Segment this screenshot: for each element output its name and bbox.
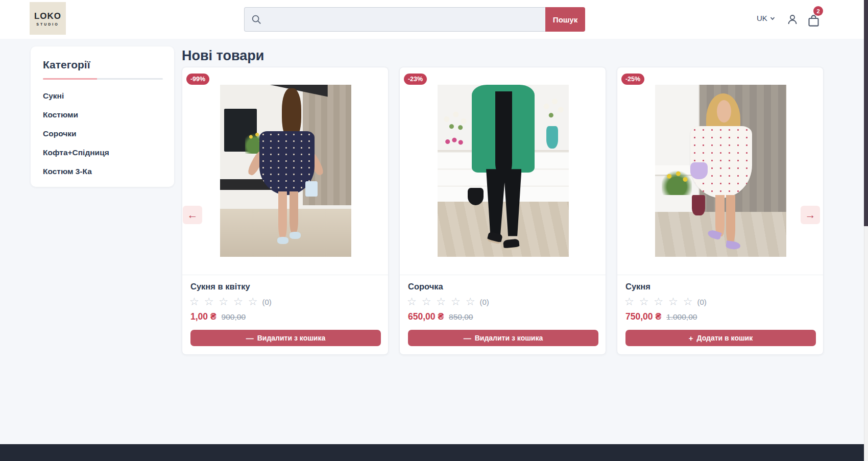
language-switcher[interactable]: UK xyxy=(757,14,775,22)
price-old: 1.000,00 xyxy=(666,312,697,322)
star-icons: ☆ ☆ ☆ ☆ ☆ xyxy=(407,296,476,308)
product-title[interactable]: Сорочка xyxy=(408,282,443,292)
product-image[interactable] xyxy=(655,85,786,257)
price-old: 850,00 xyxy=(449,312,473,322)
price-row: 1,00 ₴ 900,00 xyxy=(190,311,246,322)
product-card: -23% Сорочка ☆ ☆ ☆ ☆ ☆ (0) 650,00 ₴ 850,… xyxy=(399,67,606,355)
product-image[interactable] xyxy=(220,85,351,257)
decor-bag xyxy=(468,188,484,205)
price-old: 900,00 xyxy=(222,312,246,322)
header: LOKO STUDIO Пошук UK 2 xyxy=(0,0,868,39)
decor-shoe xyxy=(277,237,288,244)
add-to-cart-button[interactable]: + Додати в кошик xyxy=(625,330,816,346)
price-row: 650,00 ₴ 850,00 xyxy=(408,311,473,322)
product-card: -99% Сукня в квітку ☆ ☆ ☆ ☆ ☆ (0) 1,00 ₴… xyxy=(182,67,389,355)
card-divider xyxy=(617,275,823,275)
decor-bag xyxy=(690,162,707,180)
rating-row: ☆ ☆ ☆ ☆ ☆ (0) xyxy=(624,296,707,308)
plus-icon: + xyxy=(689,334,693,343)
discount-badge: -23% xyxy=(404,74,427,85)
carousel-prev-button[interactable]: ← xyxy=(183,206,202,224)
account-icon[interactable] xyxy=(786,13,799,26)
decor-bag xyxy=(305,181,318,197)
price-current: 750,00 ₴ xyxy=(625,311,661,322)
decor-flowers xyxy=(662,169,692,195)
decor-vase xyxy=(546,126,558,149)
arrow-right-icon: → xyxy=(805,209,816,221)
remove-from-cart-button[interactable]: — Видалити з кошика xyxy=(408,330,598,346)
product-card: -25% Сукня ☆ ☆ ☆ ☆ ☆ (0) 750,00 ₴ 1.000,… xyxy=(617,67,824,355)
sidebar-item-top-skirt[interactable]: Кофта+Спідниця xyxy=(43,143,163,162)
categories-panel: Категорії Сукні Костюми Сорочки Кофта+Сп… xyxy=(31,46,174,187)
categories-underline xyxy=(43,78,163,80)
sidebar-item-dresses[interactable]: Сукні xyxy=(43,86,163,105)
search-bar: Пошук xyxy=(244,7,585,32)
logo-text-secondary: STUDIO xyxy=(36,22,59,26)
price-row: 750,00 ₴ 1.000,00 xyxy=(625,311,697,322)
star-icons: ☆ ☆ ☆ ☆ ☆ xyxy=(624,296,693,308)
decor-flowers xyxy=(539,95,566,128)
decor-leg xyxy=(726,195,735,243)
decor-leg xyxy=(290,191,298,233)
scrollbar-track[interactable] xyxy=(864,0,868,461)
minus-icon: — xyxy=(246,334,254,343)
cart-count-badge: 2 xyxy=(813,6,823,16)
sidebar-item-shirts[interactable]: Сорочки xyxy=(43,124,163,143)
logo-text-primary: LOKO xyxy=(34,11,61,21)
rating-row: ☆ ☆ ☆ ☆ ☆ (0) xyxy=(407,296,489,308)
carousel-next-button[interactable]: → xyxy=(801,206,820,224)
categories-list: Сукні Костюми Сорочки Кофта+Спідниця Кос… xyxy=(43,86,163,181)
rating-count: (0) xyxy=(697,298,706,306)
decor-leg xyxy=(715,195,725,236)
decor-flowers xyxy=(443,135,465,149)
search-box xyxy=(244,7,545,32)
scrollbar-thumb[interactable] xyxy=(864,0,868,226)
rating-count: (0) xyxy=(479,298,489,306)
cart-button-label: Видалити з кошика xyxy=(257,334,326,342)
star-icons: ☆ ☆ ☆ ☆ ☆ xyxy=(189,296,258,308)
categories-title: Категорії xyxy=(43,59,163,71)
chevron-down-icon xyxy=(770,16,775,21)
cart-button-label: Додати в кошик xyxy=(697,334,753,342)
search-icon xyxy=(251,14,262,25)
search-input[interactable] xyxy=(244,7,545,32)
sidebar-item-suits[interactable]: Костюми xyxy=(43,105,163,124)
cart-button-label: Видалити з кошика xyxy=(475,334,543,342)
decor-floor xyxy=(438,202,569,257)
discount-badge: -25% xyxy=(621,74,644,85)
decor-flowers xyxy=(440,109,473,135)
decor-leg xyxy=(278,191,287,238)
sidebar-item-suit-3piece[interactable]: Костюм 3-Ка xyxy=(43,162,163,181)
language-label: UK xyxy=(757,14,767,22)
rating-count: (0) xyxy=(262,298,271,306)
footer xyxy=(0,444,868,461)
decor-face xyxy=(717,100,731,123)
cart-icon[interactable] xyxy=(807,14,821,28)
card-divider xyxy=(182,275,388,275)
decor-pot xyxy=(692,195,705,215)
card-divider xyxy=(400,275,606,275)
arrow-left-icon: ← xyxy=(187,209,198,221)
product-image[interactable] xyxy=(438,85,569,257)
rating-row: ☆ ☆ ☆ ☆ ☆ (0) xyxy=(189,296,272,308)
price-current: 1,00 ₴ xyxy=(190,311,216,322)
logo[interactable]: LOKO STUDIO xyxy=(30,2,66,35)
page-title: Нові товари xyxy=(182,48,264,64)
decor-top xyxy=(495,91,512,171)
minus-icon: — xyxy=(464,334,471,343)
remove-from-cart-button[interactable]: — Видалити з кошика xyxy=(190,330,381,346)
search-button[interactable]: Пошук xyxy=(545,7,585,32)
product-title[interactable]: Сукня xyxy=(625,282,650,292)
discount-badge: -99% xyxy=(186,74,209,85)
price-current: 650,00 ₴ xyxy=(408,311,444,322)
decor-shoe xyxy=(290,232,301,238)
product-title[interactable]: Сукня в квітку xyxy=(190,282,250,292)
